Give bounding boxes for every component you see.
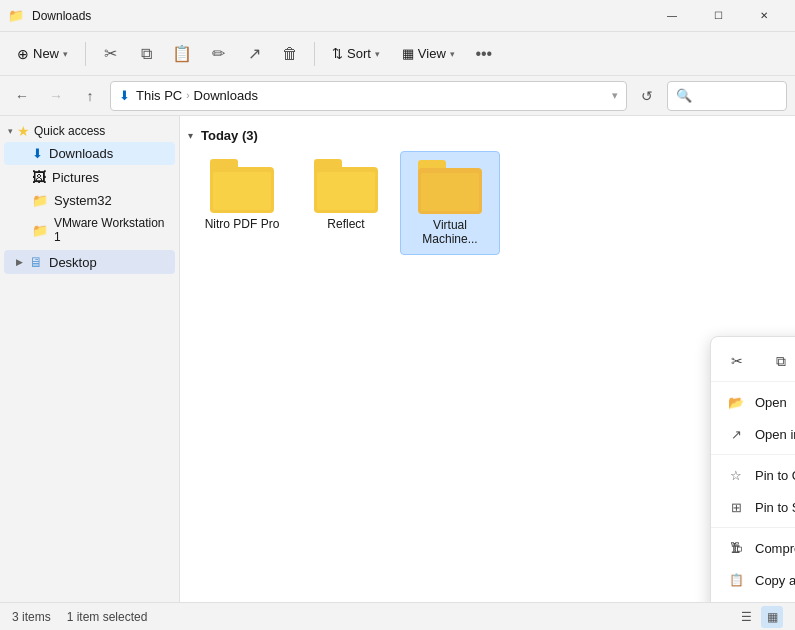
address-path: This PC › Downloads [136,88,606,103]
context-menu: ✂ ⧉ 📋 🗑 📂 Open Enter ↗ Open in new windo… [710,336,795,602]
up-button[interactable]: ↑ [76,82,104,110]
view-label: View [418,46,446,61]
ctx-toolbar: ✂ ⧉ 📋 🗑 [711,341,795,382]
file-item-nitro[interactable]: Nitro PDF Pro [192,151,292,255]
search-icon: 🔍 [676,88,692,103]
sidebar-section-quick-access: ▾ ★ Quick access ⬇ Downloads 🖼 Pictures … [0,120,179,248]
ctx-pin-quick-label: Pin to Quick access [755,468,795,483]
view-button[interactable]: ▦ View ▾ [393,41,464,66]
section-title: Today (3) [201,128,258,143]
system32-folder-icon: 📁 [32,193,48,208]
new-label: New [33,46,59,61]
reflect-folder-icon [314,159,378,213]
ctx-compress[interactable]: 🗜 Compress to ZIP file [711,532,795,564]
ctx-copy-button[interactable]: ⧉ [767,347,795,375]
ctx-open-new-window[interactable]: ↗ Open in new window [711,418,795,450]
view-icon: ▦ [402,46,414,61]
main-layout: ▾ ★ Quick access ⬇ Downloads 🖼 Pictures … [0,116,795,602]
vm-folder-icon [418,160,482,214]
address-field[interactable]: ⬇ This PC › Downloads ▾ [110,81,627,111]
minimize-button[interactable]: — [649,0,695,32]
ctx-pin-start[interactable]: ⊞ Pin to Start [711,491,795,523]
sidebar-item-pictures[interactable]: 🖼 Pictures [4,165,175,189]
view-chevron: ▾ [450,49,455,59]
ctx-sep-2 [711,527,795,528]
titlebar-controls: — ☐ ✕ [649,0,787,32]
ctx-properties[interactable]: ≡ Properties Alt+Enter [711,596,795,602]
ctx-open[interactable]: 📂 Open Enter [711,386,795,418]
quick-access-star-icon: ★ [17,123,30,139]
ctx-compress-label: Compress to ZIP file [755,541,795,556]
ctx-sep-1 [711,454,795,455]
sidebar: ▾ ★ Quick access ⬇ Downloads 🖼 Pictures … [0,116,180,602]
sort-chevron: ▾ [375,49,380,59]
content-area: ▾ Today (3) Nitro PDF Pro Ref [180,116,795,602]
ctx-open-icon: 📂 [727,393,745,411]
sidebar-downloads-label: Downloads [49,146,113,161]
file-item-vm[interactable]: Virtual Machine... [400,151,500,255]
back-button[interactable]: ← [8,82,36,110]
ctx-open-label: Open [755,395,795,410]
quick-access-chevron: ▾ [8,126,13,136]
cut-button[interactable]: ✂ [94,38,126,70]
new-button[interactable]: ⊕ New ▾ [8,41,77,67]
sidebar-item-desktop[interactable]: ▶ 🖥 Desktop [4,250,175,274]
sidebar-desktop-label: Desktop [49,255,97,270]
new-chevron: ▾ [63,49,68,59]
sidebar-item-vmware[interactable]: 📁 VMware Workstation 1 [4,212,175,248]
toolbar-separator-1 [85,42,86,66]
sidebar-vmware-label: VMware Workstation 1 [54,216,167,244]
statusbar-view-toggles: ☰ ▦ [735,606,783,628]
path-thispc: This PC [136,88,182,103]
vmware-folder-icon: 📁 [32,223,48,238]
files-grid: Nitro PDF Pro Reflect Virtual Machine. [188,151,787,255]
desktop-chevron: ▶ [16,257,23,267]
file-item-reflect[interactable]: Reflect [296,151,396,255]
titlebar: 📁 Downloads — ☐ ✕ [0,0,795,32]
view-grid-toggle[interactable]: ▦ [761,606,783,628]
ctx-pin-start-label: Pin to Start [755,500,795,515]
path-sep-1: › [186,90,189,101]
section-header: ▾ Today (3) [188,124,787,151]
ctx-cut-button[interactable]: ✂ [723,347,751,375]
ctx-open-new-icon: ↗ [727,425,745,443]
ctx-open-new-label: Open in new window [755,427,795,442]
ctx-copy-path-icon: 📋 [727,571,745,589]
ctx-pin-quick-icon: ☆ [727,466,745,484]
delete-button[interactable]: 🗑 [274,38,306,70]
toolbar-separator-2 [314,42,315,66]
ctx-pin-start-icon: ⊞ [727,498,745,516]
reflect-file-name: Reflect [327,217,364,231]
window-icon: 📁 [8,8,24,24]
sort-button[interactable]: ⇅ Sort ▾ [323,41,389,66]
sort-icon: ⇅ [332,46,343,61]
paste-button[interactable]: 📋 [166,38,198,70]
quick-access-label: Quick access [34,124,105,138]
sidebar-item-system32[interactable]: 📁 System32 [4,189,175,212]
statusbar-item-count: 3 items [12,610,51,624]
downloads-dl-icon: ⬇ [32,146,43,161]
statusbar-selected: 1 item selected [67,610,148,624]
toolbar: ⊕ New ▾ ✂ ⧉ 📋 ✏ ↗ 🗑 ⇅ Sort ▾ ▦ View ▾ ••… [0,32,795,76]
close-button[interactable]: ✕ [741,0,787,32]
maximize-button[interactable]: ☐ [695,0,741,32]
forward-button[interactable]: → [42,82,70,110]
refresh-button[interactable]: ↺ [633,82,661,110]
view-list-toggle[interactable]: ☰ [735,606,757,628]
nitro-file-name: Nitro PDF Pro [205,217,280,231]
rename-button[interactable]: ✏ [202,38,234,70]
section-chevron: ▾ [188,130,193,141]
ctx-copy-path[interactable]: 📋 Copy as path [711,564,795,596]
address-dropdown-icon[interactable]: ▾ [612,89,618,102]
sidebar-pictures-label: Pictures [52,170,99,185]
search-field[interactable]: 🔍 [667,81,787,111]
more-button[interactable]: ••• [468,38,500,70]
sort-label: Sort [347,46,371,61]
sidebar-item-downloads[interactable]: ⬇ Downloads [4,142,175,165]
ctx-pin-quick[interactable]: ☆ Pin to Quick access [711,459,795,491]
copy-button[interactable]: ⧉ [130,38,162,70]
statusbar: 3 items 1 item selected ☰ ▦ [0,602,795,630]
path-downloads: Downloads [194,88,258,103]
share-button[interactable]: ↗ [238,38,270,70]
sidebar-quick-access-header[interactable]: ▾ ★ Quick access [0,120,179,142]
